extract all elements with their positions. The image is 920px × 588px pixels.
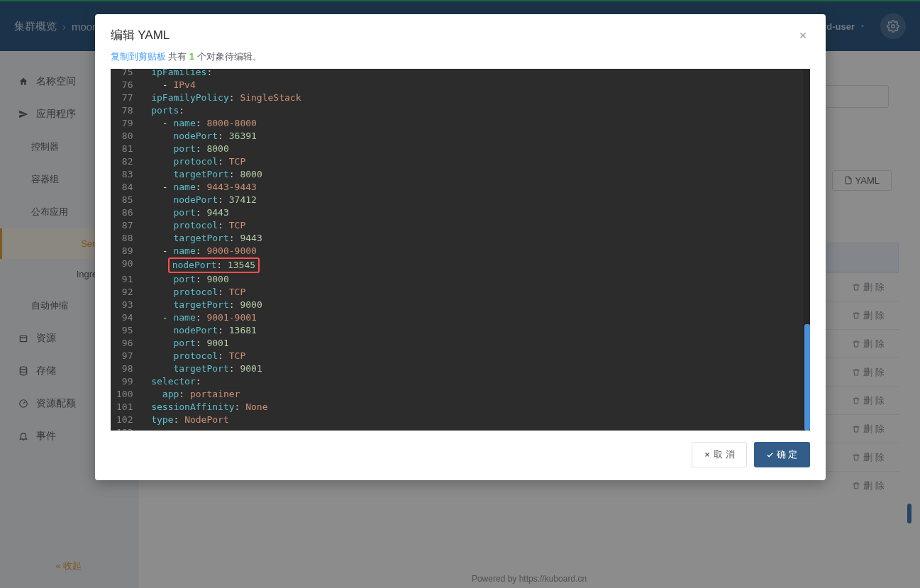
yaml-edit-modal: 编辑 YAML 复制到剪贴板 共有 1 个对象待编辑。 75 ipFamilie…: [95, 14, 826, 480]
line-number: 79: [111, 117, 140, 130]
code-line[interactable]: 97 protocol: TCP: [111, 350, 810, 362]
code-content: protocol: TCP: [140, 286, 810, 299]
line-number: 75: [111, 69, 140, 79]
code-content: - name: 8000-8000: [140, 117, 810, 130]
code-content: selector:: [140, 375, 810, 388]
code-line[interactable]: 87 protocol: TCP: [111, 219, 810, 232]
code-line[interactable]: 99 selector:: [111, 375, 810, 388]
line-number: 98: [111, 362, 140, 375]
editor-scrollbar-thumb[interactable]: [804, 324, 810, 431]
code-content: protocol: TCP: [140, 155, 810, 168]
modal-subheader: 复制到剪贴板 共有 1 个对象待编辑。: [95, 50, 826, 69]
code-line[interactable]: 90 nodePort: 13545: [111, 257, 810, 273]
yaml-editor[interactable]: 75 ipFamilies:76 - IPv477 ipFamilyPolicy…: [111, 69, 810, 431]
code-line[interactable]: 102 type: NodePort: [111, 414, 810, 426]
code-content: nodePort: 13545: [140, 257, 810, 273]
line-number: 95: [111, 324, 140, 337]
code-line[interactable]: 83 targetPort: 8000: [111, 168, 810, 181]
code-line[interactable]: 82 protocol: TCP: [111, 155, 810, 168]
code-line[interactable]: 76 - IPv4: [111, 79, 810, 91]
code-line[interactable]: 96 port: 9001: [111, 337, 810, 350]
code-content: type: NodePort: [140, 414, 810, 426]
code-line[interactable]: 85 nodePort: 37412: [111, 194, 810, 206]
line-number: 102: [111, 414, 140, 426]
highlighted-nodeport: nodePort: 13545: [168, 257, 260, 273]
line-number: 89: [111, 245, 140, 257]
code-line[interactable]: 92 protocol: TCP: [111, 286, 810, 299]
code-content: protocol: TCP: [140, 219, 810, 232]
code-content: ports:: [140, 104, 810, 117]
check-icon: [766, 451, 774, 459]
code-line[interactable]: 89 - name: 9000-9000: [111, 245, 810, 257]
line-number: 88: [111, 232, 140, 245]
modal-footer: 取 消 确 定: [95, 431, 826, 480]
code-content: port: 9000: [140, 273, 810, 286]
line-number: 86: [111, 206, 140, 219]
code-content: - name: 9000-9000: [140, 245, 810, 257]
line-number: 78: [111, 104, 140, 117]
line-number: 101: [111, 401, 140, 414]
code-content: targetPort: 9443: [140, 232, 810, 245]
code-line[interactable]: 93 targetPort: 9000: [111, 299, 810, 311]
code-line[interactable]: 88 targetPort: 9443: [111, 232, 810, 245]
code-line[interactable]: 84 - name: 9443-9443: [111, 181, 810, 194]
line-number: 96: [111, 337, 140, 350]
line-number: 99: [111, 375, 140, 388]
line-number: 97: [111, 350, 140, 362]
code-content: ipFamilies:: [140, 69, 810, 79]
line-number: 76: [111, 79, 140, 91]
code-content: nodePort: 36391: [140, 130, 810, 143]
line-number: 90: [111, 257, 140, 273]
code-line[interactable]: 79 - name: 8000-8000: [111, 117, 810, 130]
code-line[interactable]: 78 ports:: [111, 104, 810, 117]
code-content: sessionAffinity: None: [140, 401, 810, 414]
modal-title: 编辑 YAML: [111, 27, 170, 43]
close-icon: [798, 30, 808, 40]
line-number: 80: [111, 130, 140, 143]
code-line[interactable]: 86 port: 9443: [111, 206, 810, 219]
copy-clipboard-link[interactable]: 复制到剪贴板: [111, 51, 166, 62]
code-content: - name: 9001-9001: [140, 311, 810, 324]
line-number: 93: [111, 299, 140, 311]
line-number: 82: [111, 155, 140, 168]
code-line[interactable]: 94 - name: 9001-9001: [111, 311, 810, 324]
code-content: port: 9001: [140, 337, 810, 350]
close-icon: [704, 451, 711, 458]
code-line[interactable]: 98 targetPort: 9001: [111, 362, 810, 375]
code-content: targetPort: 9000: [140, 299, 810, 311]
code-line[interactable]: 91 port: 9000: [111, 273, 810, 286]
modal-header: 编辑 YAML: [95, 14, 826, 50]
code-line[interactable]: 75 ipFamilies:: [111, 69, 810, 79]
code-content: targetPort: 9001: [140, 362, 810, 375]
line-number: 81: [111, 143, 140, 155]
code-content: app: portainer: [140, 388, 810, 401]
confirm-button[interactable]: 确 定: [754, 442, 810, 467]
line-number: 91: [111, 273, 140, 286]
code-line[interactable]: 95 nodePort: 13681: [111, 324, 810, 337]
line-number: 85: [111, 194, 140, 206]
code-line[interactable]: 81 port: 8000: [111, 143, 810, 155]
code-line[interactable]: 103: [111, 426, 810, 431]
line-number: 92: [111, 286, 140, 299]
code-line[interactable]: 101 sessionAffinity: None: [111, 401, 810, 414]
code-content: - name: 9443-9443: [140, 181, 810, 194]
line-number: 77: [111, 91, 140, 104]
cancel-button[interactable]: 取 消: [692, 442, 747, 467]
editor-scrollbar[interactable]: [803, 69, 810, 431]
code-content: targetPort: 8000: [140, 168, 810, 181]
code-content: port: 9443: [140, 206, 810, 219]
code-content: [140, 426, 810, 431]
code-content: protocol: TCP: [140, 350, 810, 362]
line-number: 83: [111, 168, 140, 181]
line-number: 94: [111, 311, 140, 324]
line-number: 100: [111, 388, 140, 401]
code-line[interactable]: 80 nodePort: 36391: [111, 130, 810, 143]
code-line[interactable]: 100 app: portainer: [111, 388, 810, 401]
line-number: 84: [111, 181, 140, 194]
code-content: ipFamilyPolicy: SingleStack: [140, 91, 810, 104]
line-number: 87: [111, 219, 140, 232]
line-number: 103: [111, 426, 140, 431]
code-content: nodePort: 13681: [140, 324, 810, 337]
code-line[interactable]: 77 ipFamilyPolicy: SingleStack: [111, 91, 810, 104]
modal-close-button[interactable]: [796, 28, 810, 43]
